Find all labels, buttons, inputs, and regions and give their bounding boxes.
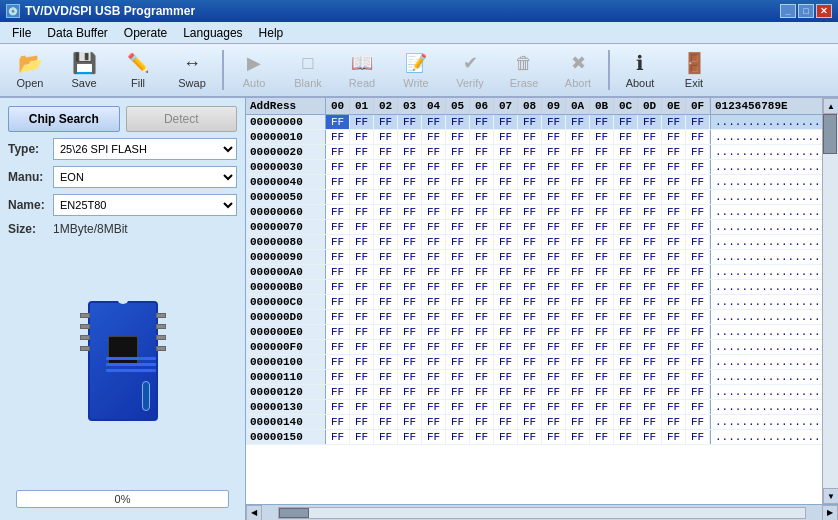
scroll-up-button[interactable]: ▲: [823, 98, 838, 114]
hex-byte[interactable]: FF: [638, 175, 662, 189]
hex-byte[interactable]: FF: [470, 175, 494, 189]
hex-byte[interactable]: FF: [494, 190, 518, 204]
hex-byte[interactable]: FF: [590, 400, 614, 414]
hex-byte[interactable]: FF: [638, 370, 662, 384]
hex-byte[interactable]: FF: [518, 340, 542, 354]
auto-button[interactable]: ▶ Auto: [228, 46, 280, 94]
hex-byte[interactable]: FF: [374, 280, 398, 294]
hex-byte[interactable]: FF: [566, 280, 590, 294]
hex-byte[interactable]: FF: [470, 160, 494, 174]
hex-byte[interactable]: FF: [638, 280, 662, 294]
hex-byte[interactable]: FF: [566, 310, 590, 324]
hex-byte[interactable]: FF: [590, 190, 614, 204]
detect-button[interactable]: Detect: [126, 106, 238, 132]
menu-languages[interactable]: Languages: [175, 24, 250, 42]
table-row[interactable]: 00000020FFFFFFFFFFFFFFFFFFFFFFFFFFFFFFFF…: [246, 145, 822, 160]
hex-byte[interactable]: FF: [326, 370, 350, 384]
hex-byte[interactable]: FF: [566, 415, 590, 429]
hex-byte[interactable]: FF: [422, 355, 446, 369]
hex-byte[interactable]: FF: [446, 175, 470, 189]
hex-byte[interactable]: FF: [398, 265, 422, 279]
swap-button[interactable]: ↔ Swap: [166, 46, 218, 94]
hex-byte[interactable]: FF: [638, 115, 662, 129]
hex-byte[interactable]: FF: [638, 355, 662, 369]
table-row[interactable]: 00000140FFFFFFFFFFFFFFFFFFFFFFFFFFFFFFFF…: [246, 415, 822, 430]
hex-byte[interactable]: FF: [518, 160, 542, 174]
hex-byte[interactable]: FF: [470, 310, 494, 324]
hex-byte[interactable]: FF: [350, 130, 374, 144]
hex-byte[interactable]: FF: [686, 130, 710, 144]
h-scroll-track[interactable]: [278, 507, 806, 519]
table-row[interactable]: 00000060FFFFFFFFFFFFFFFFFFFFFFFFFFFFFFFF…: [246, 205, 822, 220]
hex-byte[interactable]: FF: [566, 295, 590, 309]
hex-byte[interactable]: FF: [662, 145, 686, 159]
hex-byte[interactable]: FF: [542, 400, 566, 414]
table-row[interactable]: 000000D0FFFFFFFFFFFFFFFFFFFFFFFFFFFFFFFF…: [246, 310, 822, 325]
hex-byte[interactable]: FF: [398, 400, 422, 414]
table-row[interactable]: 000000B0FFFFFFFFFFFFFFFFFFFFFFFFFFFFFFFF…: [246, 280, 822, 295]
hex-byte[interactable]: FF: [662, 370, 686, 384]
hex-byte[interactable]: FF: [374, 190, 398, 204]
hex-byte[interactable]: FF: [470, 130, 494, 144]
hex-byte[interactable]: FF: [614, 235, 638, 249]
hex-byte[interactable]: FF: [470, 430, 494, 444]
hex-byte[interactable]: FF: [326, 205, 350, 219]
open-button[interactable]: 📂 Open: [4, 46, 56, 94]
hex-byte[interactable]: FF: [446, 415, 470, 429]
hex-byte[interactable]: FF: [326, 160, 350, 174]
hex-byte[interactable]: FF: [662, 340, 686, 354]
hex-byte[interactable]: FF: [374, 130, 398, 144]
hex-byte[interactable]: FF: [422, 205, 446, 219]
hex-byte[interactable]: FF: [494, 385, 518, 399]
hex-byte[interactable]: FF: [398, 145, 422, 159]
hex-byte[interactable]: FF: [494, 325, 518, 339]
table-row[interactable]: 00000080FFFFFFFFFFFFFFFFFFFFFFFFFFFFFFFF…: [246, 235, 822, 250]
hex-byte[interactable]: FF: [350, 265, 374, 279]
hex-byte[interactable]: FF: [494, 430, 518, 444]
hex-byte[interactable]: FF: [422, 280, 446, 294]
hex-byte[interactable]: FF: [686, 250, 710, 264]
hex-byte[interactable]: FF: [686, 400, 710, 414]
hex-byte[interactable]: FF: [662, 220, 686, 234]
hex-byte[interactable]: FF: [686, 385, 710, 399]
hex-byte[interactable]: FF: [566, 430, 590, 444]
hex-byte[interactable]: FF: [518, 145, 542, 159]
hex-byte[interactable]: FF: [326, 280, 350, 294]
hex-byte[interactable]: FF: [614, 220, 638, 234]
hex-byte[interactable]: FF: [590, 385, 614, 399]
table-row[interactable]: 00000010FFFFFFFFFFFFFFFFFFFFFFFFFFFFFFFF…: [246, 130, 822, 145]
hex-byte[interactable]: FF: [398, 340, 422, 354]
hex-byte[interactable]: FF: [638, 400, 662, 414]
exit-button[interactable]: 🚪 Exit: [668, 46, 720, 94]
hex-byte[interactable]: FF: [590, 160, 614, 174]
hex-byte[interactable]: FF: [590, 115, 614, 129]
hex-byte[interactable]: FF: [374, 310, 398, 324]
hex-byte[interactable]: FF: [686, 175, 710, 189]
hex-byte[interactable]: FF: [662, 190, 686, 204]
hex-byte[interactable]: FF: [542, 130, 566, 144]
blank-button[interactable]: □ Blank: [282, 46, 334, 94]
hex-byte[interactable]: FF: [518, 175, 542, 189]
table-row[interactable]: 00000100FFFFFFFFFFFFFFFFFFFFFFFFFFFFFFFF…: [246, 355, 822, 370]
hex-byte[interactable]: FF: [566, 370, 590, 384]
table-row[interactable]: 00000070FFFFFFFFFFFFFFFFFFFFFFFFFFFFFFFF…: [246, 220, 822, 235]
hex-byte[interactable]: FF: [326, 175, 350, 189]
hex-byte[interactable]: FF: [446, 265, 470, 279]
hex-byte[interactable]: FF: [398, 355, 422, 369]
hex-byte[interactable]: FF: [374, 250, 398, 264]
table-row[interactable]: 00000130FFFFFFFFFFFFFFFFFFFFFFFFFFFFFFFF…: [246, 400, 822, 415]
hex-byte[interactable]: FF: [470, 355, 494, 369]
hex-byte[interactable]: FF: [350, 235, 374, 249]
hex-byte[interactable]: FF: [446, 295, 470, 309]
hex-byte[interactable]: FF: [374, 430, 398, 444]
hex-byte[interactable]: FF: [590, 175, 614, 189]
hex-byte[interactable]: FF: [518, 250, 542, 264]
hex-byte[interactable]: FF: [422, 220, 446, 234]
hex-byte[interactable]: FF: [422, 340, 446, 354]
hex-byte[interactable]: FF: [662, 250, 686, 264]
hex-byte[interactable]: FF: [470, 385, 494, 399]
hex-byte[interactable]: FF: [542, 415, 566, 429]
hex-byte[interactable]: FF: [350, 400, 374, 414]
hex-byte[interactable]: FF: [566, 175, 590, 189]
hex-byte[interactable]: FF: [374, 415, 398, 429]
